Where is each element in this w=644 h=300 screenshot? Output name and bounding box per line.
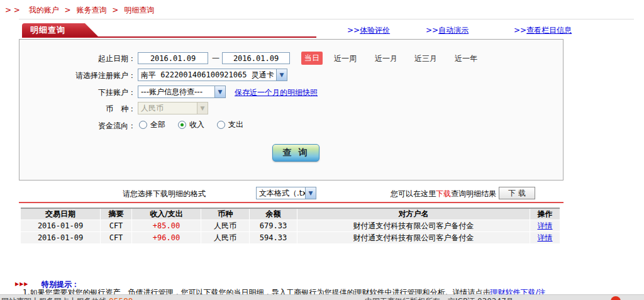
detail-link[interactable]: 详情 (538, 233, 553, 243)
red-divider (19, 202, 564, 203)
detail-link[interactable]: 详情 (538, 221, 553, 231)
radio-icon (139, 121, 147, 129)
header-trade-date: 交易日期 (21, 209, 101, 219)
download-format-select[interactable]: 文本格式（.txt） ▼ (256, 187, 316, 199)
chevron-down-icon: ▼ (276, 69, 287, 81)
cell-trade-date: 2016-01-09 (21, 232, 101, 243)
query-form-panel: 起止日期： — 当日 近一周 近一月 近三月 近一年 请选择注册账户： 南平 6… (19, 39, 564, 181)
sub-account-select[interactable]: ---账户信息待查--- ▼ (138, 86, 226, 98)
chevron-down-icon: ▼ (214, 86, 225, 97)
radio-income[interactable]: 收入 (178, 119, 204, 130)
breadcrumb-my-account[interactable]: 我的账户 (29, 6, 59, 14)
quick-range-3months[interactable]: 近三月 (414, 53, 437, 64)
link-marker: >> (347, 26, 360, 35)
currency-value: 人民币 (138, 103, 197, 114)
cell-counterparty: 财付通支付科技有限公司客户备付金 (297, 220, 530, 231)
cell-summary: CFT (101, 232, 132, 243)
footer-bar: 网站声明 | 服务网点 | 服务热线 95588 中国工商银行版权所有 京ICP… (0, 294, 644, 300)
sub-account-value: ---账户信息待查--- (138, 87, 214, 97)
cell-balance: 679.33 (250, 220, 297, 231)
radio-income-label: 收入 (189, 119, 204, 130)
header-currency: 币种 (201, 209, 250, 219)
sub-account-label: 下挂账户： (23, 87, 136, 98)
link-label: 查看栏目信息 (526, 26, 572, 35)
footer-site-statement[interactable]: 网站声明 (1, 297, 31, 300)
breadcrumb-detail-query[interactable]: 明细查询 (124, 6, 154, 14)
table-row: 2016-01-09 CFT +85.00 人民币 679.33 财付通支付科技… (21, 220, 560, 232)
fund-flow-label: 资金流向： (23, 121, 136, 131)
container-top-divider (19, 19, 634, 19)
quick-range-month[interactable]: 近一月 (375, 53, 397, 64)
notice-arrows-icon: ▶▶▶ (15, 281, 28, 287)
cell-amount: +96.00 (132, 232, 201, 243)
breadcrumb: > > 我的账户 > 账务查询 > 明细查询 (5, 5, 154, 16)
footer-hotline-number: 95588 (109, 297, 133, 300)
cell-currency: 人民币 (201, 232, 250, 243)
link-experience-review[interactable]: >>体验评价 (347, 25, 390, 36)
icbc-emblem-icon (611, 296, 621, 300)
cell-amount: +85.00 (132, 220, 201, 231)
header-amount: 收入/支出 (132, 209, 201, 219)
cell-counterparty: 财付通支付科技有限公司客户备付金 (297, 232, 530, 243)
link-marker: >> (426, 26, 438, 35)
footer-divider: | (34, 297, 36, 300)
query-button[interactable]: 查 询 (272, 144, 319, 162)
quick-range-year[interactable]: 近一年 (455, 53, 477, 64)
date-range-label: 起止日期： (23, 53, 136, 64)
tab-detail-query[interactable]: 明细查询 (22, 23, 99, 37)
download-format-label: 请您选择下载明细的格式 (123, 189, 206, 199)
date-to-input[interactable] (222, 52, 290, 64)
tab-underline (22, 36, 316, 38)
quick-range-today-badge[interactable]: 当日 (301, 52, 323, 65)
chevron-down-icon: ▼ (305, 187, 316, 199)
radio-expense[interactable]: 支出 (217, 119, 243, 130)
download-hint: 您可以在这里下载查询明细结果 (391, 189, 496, 199)
footer-divider: | (72, 297, 74, 300)
breadcrumb-separator: > (65, 6, 71, 14)
header-summary: 摘要 (101, 209, 132, 219)
save-snapshot-link[interactable]: 保存近一个月的明细快照 (235, 87, 318, 98)
breadcrumb-prefix: > > (5, 6, 20, 14)
chevron-down-icon: ▼ (197, 103, 208, 114)
results-table: 交易日期 摘要 收入/支出 币种 余额 对方户名 操作 2016-01-09 C… (21, 208, 560, 244)
download-inline-link[interactable]: 下载 (436, 189, 451, 198)
link-label: 自动演示 (438, 26, 469, 35)
date-from-input[interactable] (138, 52, 208, 64)
radio-icon (217, 121, 225, 129)
header-action: 操作 (530, 209, 560, 219)
footer-service-outlets[interactable]: 服务网点 (39, 297, 69, 300)
cell-trade-date: 2016-01-09 (21, 220, 101, 231)
link-label: 体验评价 (360, 26, 390, 35)
currency-label: 币 种： (23, 104, 136, 114)
radio-expense-label: 支出 (228, 119, 243, 130)
radio-all[interactable]: 全部 (139, 119, 165, 130)
registered-account-label: 请选择注册账户： (23, 70, 136, 81)
link-marker: >> (514, 26, 526, 35)
table-row: 2016-01-09 CFT +96.00 人民币 594.33 财付通支付科技… (21, 232, 560, 244)
download-format-value: 文本格式（.txt） (257, 188, 305, 199)
footer-left-links: 网站声明 | 服务网点 | 服务热线 95588 (1, 296, 133, 300)
registered-account-select[interactable]: 南平 6222001406100921065 灵通卡 ▼ (138, 69, 287, 81)
link-column-info[interactable]: >>查看栏目信息 (514, 25, 572, 36)
fund-flow-options: 全部 收入 支出 (139, 119, 243, 130)
date-dash: — (212, 53, 219, 62)
quick-range-week[interactable]: 近一周 (334, 53, 357, 64)
currency-select: 人民币 ▼ (138, 102, 208, 114)
footer-copyright: 中国工商银行版权所有 京ICP证 030247号 (365, 296, 514, 300)
breadcrumb-account-query[interactable]: 账务查询 (76, 6, 106, 14)
radio-all-label: 全部 (150, 119, 165, 130)
cell-summary: CFT (101, 220, 132, 231)
breadcrumb-separator: > (112, 6, 118, 14)
footer-hotline-label: 服务热线 (76, 297, 106, 300)
hint-suffix: 查询明细结果 (451, 189, 496, 198)
table-header-row: 交易日期 摘要 收入/支出 币种 余额 对方户名 操作 (21, 209, 560, 220)
registered-account-value: 南平 6222001406100921065 灵通卡 (138, 70, 276, 81)
header-balance: 余额 (250, 209, 297, 219)
radio-icon (178, 121, 186, 129)
download-button[interactable]: 下载 (499, 187, 535, 199)
header-counterparty: 对方户名 (297, 209, 530, 219)
link-auto-demo[interactable]: >>自动演示 (426, 25, 469, 36)
cell-currency: 人民币 (201, 220, 250, 231)
hint-prefix: 您可以在这里 (391, 189, 436, 198)
cell-balance: 594.33 (250, 232, 297, 243)
